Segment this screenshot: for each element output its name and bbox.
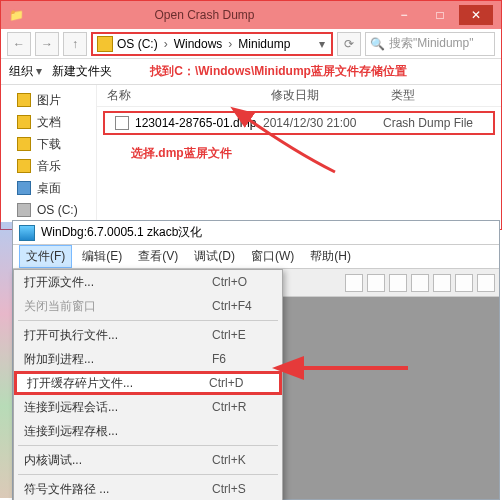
menu-item-accelerator: Ctrl+D bbox=[209, 376, 269, 390]
sidebar-item-label: 桌面 bbox=[37, 180, 61, 197]
drive-icon bbox=[97, 36, 113, 52]
minimize-button[interactable]: − bbox=[387, 5, 421, 25]
menu-item-accelerator: Ctrl+E bbox=[212, 328, 272, 342]
menu-item-label: 打开源文件... bbox=[24, 274, 212, 291]
refresh-button[interactable]: ⟳ bbox=[337, 32, 361, 56]
up-button[interactable]: ↑ bbox=[63, 32, 87, 56]
explorer-sidebar: 图片 文档 下载 音乐 桌面 OS (C:) 新加卷 ( bbox=[1, 85, 97, 229]
address-bar: ← → ↑ OS (C:) › Windows › Minidump ▾ ⟳ 🔍… bbox=[1, 29, 501, 59]
menu-item-label: 连接到远程存根... bbox=[24, 423, 212, 440]
menu-item: 关闭当前窗口Ctrl+F4 bbox=[14, 294, 282, 318]
breadcrumb-drive[interactable]: OS (C:) bbox=[115, 37, 160, 51]
menu-item-label: 连接到远程会话... bbox=[24, 399, 212, 416]
back-button[interactable]: ← bbox=[7, 32, 31, 56]
menu-item-label: 符号文件路径 ... bbox=[24, 481, 212, 498]
menu-bar: 文件(F) 编辑(E) 查看(V) 调试(D) 窗口(W) 帮助(H) bbox=[13, 245, 499, 269]
sidebar-item-label: 下载 bbox=[37, 136, 61, 153]
breadcrumb-seg2[interactable]: Minidump bbox=[236, 37, 292, 51]
menu-item-accelerator: F6 bbox=[212, 352, 272, 366]
desktop-icon bbox=[17, 181, 31, 195]
menu-item-accelerator: Ctrl+F4 bbox=[212, 299, 272, 313]
menu-item[interactable]: 符号文件路径 ...Ctrl+S bbox=[14, 477, 282, 500]
windbg-icon bbox=[19, 225, 35, 241]
menu-file[interactable]: 文件(F) bbox=[19, 245, 72, 268]
menu-item[interactable]: 内核调试...Ctrl+K bbox=[14, 448, 282, 472]
menu-item-accelerator: Ctrl+R bbox=[212, 400, 272, 414]
menu-item[interactable]: 打开可执行文件...Ctrl+E bbox=[14, 323, 282, 347]
sidebar-item-downloads[interactable]: 下载 bbox=[7, 133, 90, 155]
explorer-toolbar: 组织 新建文件夹 找到C：\Windows\Minidump蓝屏文件存储位置 bbox=[1, 59, 501, 85]
menu-item-label: 打开可执行文件... bbox=[24, 327, 212, 344]
sidebar-item-pictures[interactable]: 图片 bbox=[7, 89, 90, 111]
file-list: 名称 修改日期 类型 123014-28765-01.dmp 2014/12/3… bbox=[97, 85, 501, 229]
sidebar-item-osc[interactable]: OS (C:) bbox=[7, 199, 90, 221]
window-title: WinDbg:6.7.0005.1 zkacb汉化 bbox=[41, 224, 202, 241]
titlebar: 📁 Open Crash Dump − □ ✕ bbox=[1, 1, 501, 29]
menu-edit[interactable]: 编辑(E) bbox=[76, 246, 128, 267]
file-row-dmp[interactable]: 123014-28765-01.dmp 2014/12/30 21:00 Cra… bbox=[103, 111, 495, 135]
menu-item-label: 附加到进程... bbox=[24, 351, 212, 368]
sidebar-item-label: 音乐 bbox=[37, 158, 61, 175]
col-name[interactable]: 名称 bbox=[107, 87, 271, 104]
folder-icon bbox=[17, 159, 31, 173]
menu-item[interactable]: 连接到远程会话...Ctrl+R bbox=[14, 395, 282, 419]
column-headers[interactable]: 名称 修改日期 类型 bbox=[97, 85, 501, 107]
toolbar-icon[interactable] bbox=[345, 274, 363, 292]
sidebar-item-documents[interactable]: 文档 bbox=[7, 111, 90, 133]
menu-item-accelerator: Ctrl+S bbox=[212, 482, 272, 496]
folder-icon bbox=[17, 93, 31, 107]
chevron-right-icon: › bbox=[226, 37, 234, 51]
file-date: 2014/12/30 21:00 bbox=[263, 116, 383, 130]
col-date[interactable]: 修改日期 bbox=[271, 87, 391, 104]
open-crash-dump-window: 📁 Open Crash Dump − □ ✕ ← → ↑ OS (C:) › … bbox=[0, 0, 502, 230]
file-icon bbox=[115, 116, 129, 130]
search-icon: 🔍 bbox=[370, 37, 385, 51]
menu-view[interactable]: 查看(V) bbox=[132, 246, 184, 267]
windbg-window: WinDbg:6.7.0005.1 zkacb汉化 文件(F) 编辑(E) 查看… bbox=[12, 220, 500, 500]
toolbar-icon[interactable] bbox=[389, 274, 407, 292]
menu-item-label: 打开缓存碎片文件... bbox=[27, 375, 209, 392]
menu-separator bbox=[18, 445, 278, 446]
folder-icon: 📁 bbox=[9, 8, 24, 22]
menu-item[interactable]: 附加到进程...F6 bbox=[14, 347, 282, 371]
drive-icon bbox=[17, 203, 31, 217]
annotation-path: 找到C：\Windows\Minidump蓝屏文件存储位置 bbox=[150, 63, 407, 80]
menu-separator bbox=[18, 474, 278, 475]
chevron-down-icon[interactable]: ▾ bbox=[317, 37, 327, 51]
search-placeholder: 搜索"Minidump" bbox=[389, 35, 474, 52]
menu-debug[interactable]: 调试(D) bbox=[188, 246, 241, 267]
sidebar-item-label: OS (C:) bbox=[37, 203, 78, 217]
file-menu-dropdown: 打开源文件...Ctrl+O关闭当前窗口Ctrl+F4打开可执行文件...Ctr… bbox=[13, 269, 283, 500]
menu-window[interactable]: 窗口(W) bbox=[245, 246, 300, 267]
menu-item-label: 关闭当前窗口 bbox=[24, 298, 212, 315]
toolbar-icon[interactable] bbox=[455, 274, 473, 292]
sidebar-item-desktop[interactable]: 桌面 bbox=[7, 177, 90, 199]
sidebar-item-label: 文档 bbox=[37, 114, 61, 131]
organize-menu[interactable]: 组织 bbox=[9, 63, 42, 80]
menu-item-label: 内核调试... bbox=[24, 452, 212, 469]
menu-item[interactable]: 连接到远程存根... bbox=[14, 419, 282, 443]
search-input[interactable]: 🔍 搜索"Minidump" bbox=[365, 32, 495, 56]
close-button[interactable]: ✕ bbox=[459, 5, 493, 25]
toolbar-icon[interactable] bbox=[367, 274, 385, 292]
menu-help[interactable]: 帮助(H) bbox=[304, 246, 357, 267]
toolbar-icon[interactable] bbox=[433, 274, 451, 292]
file-type: Crash Dump File bbox=[383, 116, 483, 130]
annotation-select: 选择.dmp蓝屏文件 bbox=[131, 145, 501, 162]
maximize-button[interactable]: □ bbox=[423, 5, 457, 25]
forward-button[interactable]: → bbox=[35, 32, 59, 56]
menu-separator bbox=[18, 320, 278, 321]
col-type[interactable]: 类型 bbox=[391, 87, 491, 104]
menu-item[interactable]: 打开缓存碎片文件...Ctrl+D bbox=[14, 371, 282, 395]
titlebar: WinDbg:6.7.0005.1 zkacb汉化 bbox=[13, 221, 499, 245]
menu-item[interactable]: 打开源文件...Ctrl+O bbox=[14, 270, 282, 294]
sidebar-item-label: 图片 bbox=[37, 92, 61, 109]
breadcrumb-seg1[interactable]: Windows bbox=[172, 37, 225, 51]
file-name: 123014-28765-01.dmp bbox=[135, 116, 263, 130]
new-folder-button[interactable]: 新建文件夹 bbox=[52, 63, 112, 80]
toolbar-icon[interactable] bbox=[477, 274, 495, 292]
sidebar-item-music[interactable]: 音乐 bbox=[7, 155, 90, 177]
toolbar-icon[interactable] bbox=[411, 274, 429, 292]
breadcrumb[interactable]: OS (C:) › Windows › Minidump ▾ bbox=[91, 32, 333, 56]
chevron-right-icon: › bbox=[162, 37, 170, 51]
